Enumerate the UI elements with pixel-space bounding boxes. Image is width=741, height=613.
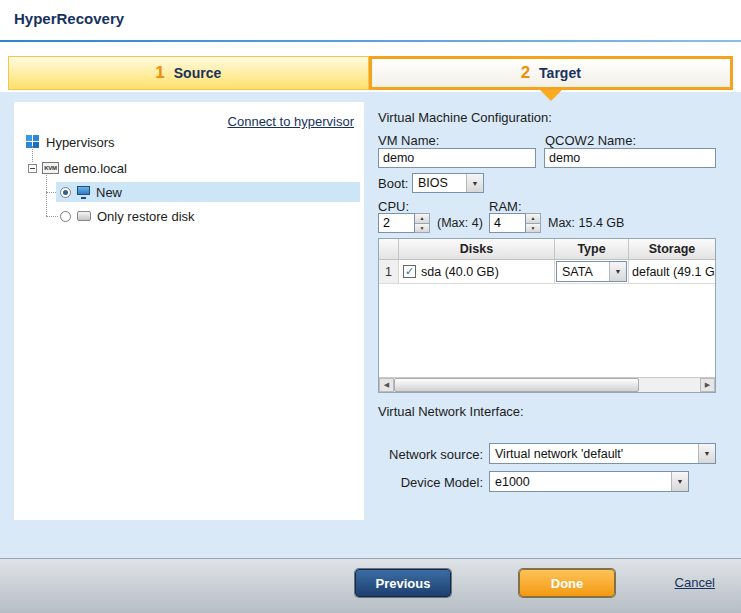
hypervisor-tree-panel: Connect to hypervisor Hypervisors KVM de…: [14, 102, 364, 520]
network-section-title: Virtual Network Interface:: [378, 404, 524, 419]
tab-target-label: Target: [539, 65, 581, 81]
tab-target-number: 2: [521, 63, 530, 83]
hyperrecovery-window: HyperRecovery 1 Source 2 Target Connect …: [0, 0, 741, 613]
cancel-link[interactable]: Cancel: [675, 575, 715, 590]
app-title: HyperRecovery: [14, 10, 124, 27]
radio-only-restore-disk[interactable]: [60, 211, 71, 222]
tree-connector: [46, 172, 47, 216]
ram-stepper[interactable]: 4 ▲ ▼: [489, 213, 541, 233]
table-row: 1 ✓ sda (40.0 GB) SATA ▼ default (49.1 G: [379, 260, 715, 284]
column-header-rownum: [379, 239, 399, 259]
network-source-value: Virtual network 'default': [490, 447, 698, 461]
main-panel: Connect to hypervisor Hypervisors KVM de…: [0, 92, 741, 558]
column-header-type: Type: [555, 239, 629, 259]
spin-up-icon[interactable]: ▲: [415, 213, 430, 224]
scrollbar-track[interactable]: [394, 378, 700, 392]
tab-source-number: 1: [155, 63, 164, 83]
radio-new[interactable]: [60, 187, 71, 198]
disk-type-value: SATA: [557, 265, 609, 279]
title-bar: HyperRecovery: [0, 0, 741, 40]
column-header-storage: Storage: [629, 239, 715, 259]
active-tab-pointer-icon: [540, 90, 562, 101]
device-model-label: Device Model:: [378, 475, 483, 490]
ram-value[interactable]: 4: [489, 213, 526, 233]
device-model-select[interactable]: e1000 ▼: [489, 471, 689, 492]
table-horizontal-scrollbar[interactable]: ◀ ▶: [379, 377, 715, 392]
spin-down-icon[interactable]: ▼: [415, 224, 430, 234]
cpu-stepper[interactable]: 2 ▲ ▼: [378, 213, 430, 233]
boot-label: Boot:: [378, 176, 408, 191]
chevron-down-icon: ▼: [671, 472, 688, 491]
ram-max-label: Max: 15.4 GB: [548, 216, 624, 230]
vm-name-input[interactable]: demo: [378, 148, 536, 168]
type-cell: SATA ▼: [555, 260, 629, 283]
tab-source[interactable]: 1 Source: [8, 56, 369, 90]
vm-name-label: VM Name:: [378, 133, 439, 148]
tree-node-label: Hypervisors: [46, 135, 115, 150]
tab-source-label: Source: [174, 65, 221, 81]
scroll-left-icon[interactable]: ◀: [379, 378, 394, 392]
network-source-label: Network source:: [378, 447, 483, 462]
previous-button[interactable]: Previous: [355, 569, 451, 597]
disks-table: Disks Type Storage 1 ✓ sda (40.0 GB) SAT…: [378, 238, 716, 393]
restore-option-label: New: [96, 185, 122, 200]
network-source-select[interactable]: Virtual network 'default' ▼: [489, 443, 716, 464]
footer-bar: Previous Done Cancel: [0, 558, 741, 613]
kvm-icon: KVM: [42, 162, 59, 174]
boot-select-value: BIOS: [413, 176, 466, 190]
table-empty-area: [379, 284, 715, 377]
boot-select[interactable]: BIOS ▼: [412, 173, 484, 193]
chevron-down-icon: ▼: [698, 444, 715, 463]
cpu-max-label: (Max: 4): [437, 216, 483, 230]
spin-down-icon[interactable]: ▼: [526, 224, 541, 234]
device-model-value: e1000: [490, 475, 671, 489]
cpu-label: CPU:: [378, 199, 409, 214]
column-header-disks: Disks: [399, 239, 555, 259]
qcow2-name-label: QCOW2 Name:: [545, 133, 636, 148]
disks-table-header: Disks Type Storage: [379, 239, 715, 260]
chevron-down-icon: ▼: [466, 174, 483, 192]
tree-node-host[interactable]: KVM demo.local: [28, 158, 127, 178]
ram-label: RAM:: [489, 199, 522, 214]
disk-checkbox[interactable]: ✓: [403, 265, 416, 278]
tree-node-hypervisors[interactable]: Hypervisors: [26, 132, 115, 152]
cpu-value[interactable]: 2: [378, 213, 415, 233]
spin-up-icon[interactable]: ▲: [526, 213, 541, 224]
windows-icon: [26, 135, 40, 149]
restore-option-only-disk[interactable]: Only restore disk: [56, 206, 195, 226]
done-button[interactable]: Done: [519, 569, 615, 597]
qcow2-name-input[interactable]: demo: [544, 148, 716, 168]
collapse-minus-icon[interactable]: [28, 164, 37, 173]
scroll-right-icon[interactable]: ▶: [700, 378, 715, 392]
tab-target[interactable]: 2 Target: [369, 56, 734, 90]
connect-to-hypervisor-link[interactable]: Connect to hypervisor: [228, 114, 354, 129]
header-divider: [0, 40, 741, 42]
restore-option-new[interactable]: New: [56, 182, 360, 202]
restore-option-label: Only restore disk: [97, 209, 195, 224]
vm-monitor-icon: [77, 186, 90, 199]
wizard-tabs: 1 Source 2 Target: [8, 56, 733, 90]
storage-cell[interactable]: default (49.1 G: [629, 260, 715, 283]
scrollbar-thumb[interactable]: [394, 378, 639, 392]
disk-type-select[interactable]: SATA ▼: [556, 261, 627, 282]
disk-icon: [77, 211, 91, 221]
tree-node-label: demo.local: [64, 161, 127, 176]
vm-config-title: Virtual Machine Configuration:: [378, 110, 552, 125]
disk-name: sda (40.0 GB): [421, 265, 499, 279]
chevron-down-icon: ▼: [609, 262, 626, 281]
disk-cell: ✓ sda (40.0 GB): [399, 260, 555, 283]
row-number: 1: [379, 260, 399, 283]
